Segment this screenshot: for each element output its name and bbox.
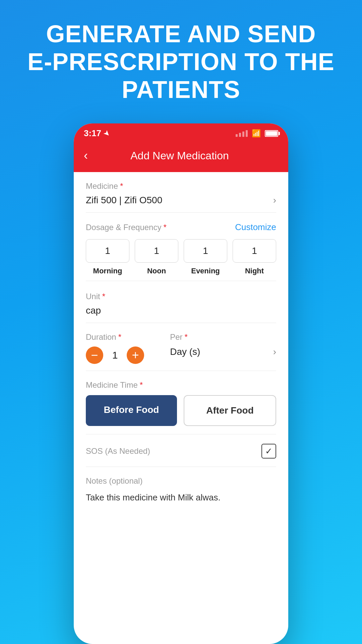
- dosage-noon-input[interactable]: 1: [135, 239, 178, 263]
- back-button[interactable]: ‹: [84, 149, 88, 163]
- dosage-grid: 1 Morning 1 Noon 1 Evening 1 Night: [86, 239, 276, 275]
- time-display: 3:17: [84, 128, 101, 139]
- sos-checkbox[interactable]: ✓: [261, 444, 276, 459]
- headline-line1: Generate and Send: [46, 20, 316, 47]
- dosage-night-input[interactable]: 1: [233, 239, 276, 263]
- dosage-noon: 1 Noon: [135, 239, 178, 275]
- notes-section: Notes (optional) Take this medicine with…: [86, 467, 276, 512]
- per-section: Per * Day (s) ›: [170, 332, 276, 357]
- dosage-noon-label: Noon: [147, 267, 166, 275]
- duration-required: *: [118, 332, 121, 342]
- dosage-morning-label: Morning: [93, 267, 122, 275]
- medicine-value-row[interactable]: Zifi 500 | Zifi O500 ›: [86, 195, 276, 206]
- per-value: Day (s): [170, 346, 200, 357]
- medicine-required: *: [120, 181, 123, 191]
- unit-value: cap: [86, 305, 101, 316]
- headline-line2: E-Prescription to the Patients: [27, 48, 335, 103]
- content-area: Medicine * Zifi 500 | Zifi O500 › Dosage…: [74, 172, 288, 512]
- app-header: ‹ Add New Medication: [74, 142, 288, 172]
- duration-value: 1: [110, 350, 120, 361]
- dosage-morning: 1 Morning: [86, 239, 129, 275]
- dosage-night-label: Night: [245, 267, 264, 275]
- sos-label: SOS (As Needed): [86, 446, 150, 456]
- duration-per-row: Duration * − 1 + Per *: [86, 323, 276, 371]
- dosage-evening: 1 Evening: [184, 239, 227, 275]
- medicine-field-group: Medicine * Zifi 500 | Zifi O500 ›: [86, 172, 276, 213]
- customize-button[interactable]: Customize: [235, 222, 276, 232]
- wifi-icon: 📶: [252, 129, 261, 138]
- before-food-button[interactable]: Before Food: [86, 395, 177, 426]
- per-label: Per *: [170, 332, 276, 342]
- unit-value-row: cap: [86, 305, 276, 316]
- after-food-button[interactable]: After Food: [184, 395, 276, 426]
- header-title: Add New Medication: [95, 150, 265, 162]
- time-buttons-group: Before Food After Food: [86, 395, 276, 426]
- per-required: *: [185, 332, 188, 342]
- unit-label: Unit *: [86, 292, 276, 301]
- status-icons: 📶: [236, 129, 278, 138]
- dosage-evening-label: Evening: [191, 267, 220, 275]
- dosage-divider: [86, 281, 276, 281]
- per-value-row[interactable]: Day (s) ›: [170, 346, 276, 357]
- medicine-time-label: Medicine Time *: [86, 380, 276, 390]
- unit-required: *: [102, 292, 105, 301]
- duration-section: Duration * − 1 +: [86, 332, 157, 364]
- unit-field-group: Unit * cap: [86, 282, 276, 323]
- dosage-evening-input[interactable]: 1: [184, 239, 227, 263]
- status-bar: 3:17 ➤ 📶: [74, 123, 288, 142]
- duration-controls: − 1 +: [86, 346, 157, 364]
- location-icon: ➤: [102, 128, 112, 138]
- status-time: 3:17 ➤: [84, 128, 110, 139]
- medicine-arrow-icon: ›: [273, 195, 276, 206]
- dosage-header: Dosage & Frequency * Customize: [86, 213, 276, 239]
- medicine-time-section: Medicine Time * Before Food After Food: [86, 371, 276, 434]
- phone-mockup: 3:17 ➤ 📶 ‹ Add New Medication Medicine *…: [74, 123, 288, 644]
- dosage-required: *: [163, 223, 166, 232]
- duration-minus-button[interactable]: −: [86, 346, 103, 364]
- per-arrow-icon: ›: [273, 346, 276, 357]
- signal-icon: [236, 130, 248, 137]
- dosage-night: 1 Night: [233, 239, 276, 275]
- duration-plus-button[interactable]: +: [127, 346, 144, 364]
- battery-icon: [265, 130, 278, 137]
- notes-label: Notes (optional): [86, 476, 276, 486]
- dosage-label: Dosage & Frequency *: [86, 223, 167, 232]
- notes-value[interactable]: Take this medicine with Milk alwas.: [86, 491, 276, 504]
- duration-label: Duration *: [86, 332, 157, 342]
- dosage-section: Dosage & Frequency * Customize 1 Morning…: [86, 213, 276, 281]
- medicine-label: Medicine *: [86, 181, 276, 191]
- dosage-morning-input[interactable]: 1: [86, 239, 129, 263]
- headline: Generate and Send E-Prescription to the …: [0, 20, 362, 103]
- sos-section: SOS (As Needed) ✓: [86, 434, 276, 467]
- medicine-value: Zifi 500 | Zifi O500: [86, 195, 162, 206]
- medicine-time-required: *: [140, 380, 143, 390]
